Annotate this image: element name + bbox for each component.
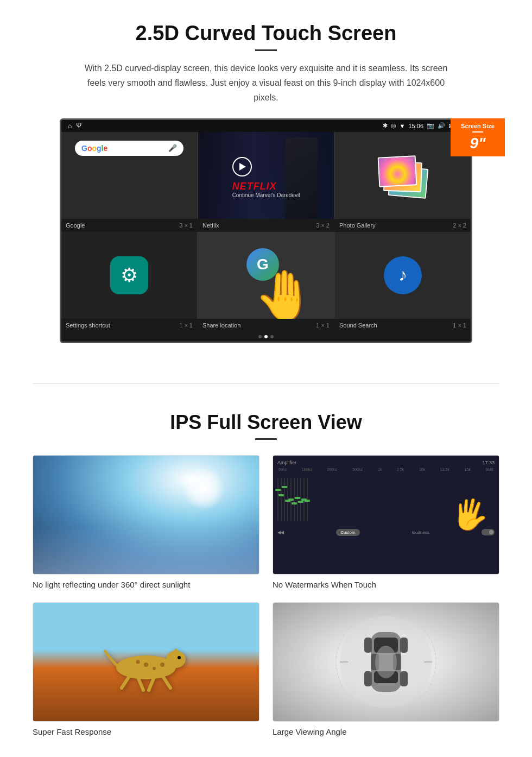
amp-top-bar: Amplifier 17:33 <box>277 460 495 465</box>
svg-point-6 <box>136 660 140 664</box>
hand-icon: 🤚 <box>254 267 315 319</box>
play-button[interactable] <box>232 157 252 176</box>
share-location-cell[interactable]: G 🤚 <box>198 232 334 319</box>
svg-marker-2 <box>172 648 180 652</box>
sound-search-cell[interactable]: ♪ <box>335 232 471 319</box>
settings-grid: 1 × 1 <box>179 322 193 329</box>
amplifier-image: Amplifier 17:33 60hz100hz200hz500hz1k2.5… <box>273 455 499 575</box>
amp-time: 17:33 <box>482 460 495 465</box>
section-divider <box>33 383 499 384</box>
feature-car: Large Viewing Angle <box>273 602 499 736</box>
google-grid: 3 × 1 <box>179 222 193 229</box>
cheetah-visual <box>33 603 259 721</box>
dot-2 <box>264 335 268 338</box>
cheetah-caption: Super Fast Response <box>33 727 259 736</box>
section-curved-screen: 2.5D Curved Touch Screen With 2.5D curve… <box>0 0 532 362</box>
svg-point-1 <box>166 651 186 668</box>
cheetah-image <box>33 602 259 722</box>
gallery-label: Photo Gallery 2 × 2 <box>335 219 471 232</box>
section1-title: 2.5D Curved Touch Screen <box>33 22 499 45</box>
badge-label: Screen Size <box>454 123 502 129</box>
section-ips-screen: IPS Full Screen View No light reflecting… <box>0 406 532 757</box>
screen-size-badge: Screen Size 9" <box>451 118 505 156</box>
device-screen: ⌂ Ψ ✱ ◎ ▼ 15:06 📷 🔊 ⊠ ⬜ <box>60 118 472 343</box>
amplifier-visual: Amplifier 17:33 60hz100hz200hz500hz1k2.5… <box>273 456 499 574</box>
dot-3 <box>270 335 274 338</box>
app-label-row-2: Settings shortcut 1 × 1 Share location 1… <box>61 319 471 332</box>
location-icon: ◎ <box>391 122 396 129</box>
badge-line <box>472 131 483 133</box>
app-grid-top: Google 🎤 NETFLIX <box>61 132 471 219</box>
svg-point-7 <box>160 663 164 667</box>
svg-rect-19 <box>364 638 372 653</box>
svg-line-11 <box>162 676 170 688</box>
usb-icon: Ψ <box>76 122 81 130</box>
section2-title: IPS Full Screen View <box>33 411 499 434</box>
svg-point-5 <box>153 667 156 670</box>
google-label: Google 3 × 1 <box>61 219 197 232</box>
svg-point-4 <box>144 663 148 667</box>
home-icon: ⌂ <box>68 122 72 130</box>
google-mic-icon: 🎤 <box>168 144 177 152</box>
netflix-subtitle: Continue Marvel's Daredevil <box>232 192 300 198</box>
photo-card-3 <box>378 155 417 187</box>
section2-underline <box>255 438 277 440</box>
badge-size: 9" <box>454 135 502 152</box>
netflix-logo: NETFLIX <box>232 181 300 192</box>
app-label-row-1: Google 3 × 1 Netflix 3 × 2 Photo Gallery… <box>61 219 471 232</box>
share-name: Share location <box>202 322 240 329</box>
google-logo: Google <box>81 144 107 153</box>
sound-name: Sound Search <box>339 322 377 329</box>
netflix-name: Netflix <box>202 222 219 229</box>
share-label: Share location 1 × 1 <box>198 319 334 332</box>
status-left: ⌂ Ψ <box>68 122 81 130</box>
sunlight-visual <box>33 456 259 574</box>
camera-icon: 📷 <box>427 122 434 129</box>
google-app-cell[interactable]: Google 🎤 <box>61 132 197 219</box>
gallery-name: Photo Gallery <box>339 222 376 229</box>
netflix-label: Netflix 3 × 2 <box>198 219 334 232</box>
dot-1 <box>258 335 262 338</box>
music-note-icon: ♪ <box>384 256 422 294</box>
sound-grid: 1 × 1 <box>453 322 466 329</box>
volume-icon: 🔊 <box>438 122 445 129</box>
time-display: 15:06 <box>408 123 423 129</box>
feature-amplifier: Amplifier 17:33 60hz100hz200hz500hz1k2.5… <box>273 455 499 589</box>
feature-sunlight: No light reflecting under 360° direct su… <box>33 455 259 589</box>
feature-grid: No light reflecting under 360° direct su… <box>33 455 499 736</box>
app-grid-bottom: ⚙ G 🤚 ♪ <box>61 232 471 319</box>
svg-rect-21 <box>364 671 372 686</box>
section1-description: With 2.5D curved-display screen, this de… <box>76 61 456 105</box>
car-visual <box>273 603 499 721</box>
amplifier-caption: No Watermarks When Touch <box>273 580 499 589</box>
car-caption: Large Viewing Angle <box>273 727 499 736</box>
google-search-bar[interactable]: Google 🎤 <box>75 141 183 156</box>
feature-cheetah: Super Fast Response <box>33 602 259 736</box>
title-underline <box>255 49 277 51</box>
google-name: Google <box>66 222 85 229</box>
sunlight-caption: No light reflecting under 360° direct su… <box>33 580 259 589</box>
share-grid: 1 × 1 <box>316 322 330 329</box>
car-top-view <box>273 603 499 721</box>
svg-rect-22 <box>400 671 408 686</box>
amp-title: Amplifier <box>277 460 296 465</box>
netflix-content: NETFLIX Continue Marvel's Daredevil <box>224 144 309 207</box>
bluetooth-icon: ✱ <box>383 122 388 129</box>
play-icon <box>239 163 246 171</box>
settings-icon: ⚙ <box>110 256 148 294</box>
sun-flare <box>182 467 225 510</box>
amp-hand-icon: 🖐 <box>449 494 492 535</box>
device-mockup: Screen Size 9" ⌂ Ψ ✱ ◎ ▼ 15:06 📷 🔊 ⊠ <box>60 118 472 343</box>
dot-indicator <box>61 332 471 342</box>
gallery-grid: 2 × 2 <box>453 222 466 229</box>
settings-name: Settings shortcut <box>66 322 110 329</box>
svg-line-8 <box>122 676 130 688</box>
sunlight-image <box>33 455 259 575</box>
netflix-grid: 3 × 2 <box>316 222 330 229</box>
sound-label: Sound Search 1 × 1 <box>335 319 471 332</box>
settings-cell[interactable]: ⚙ <box>61 232 197 319</box>
photo-stack <box>378 151 427 200</box>
settings-label: Settings shortcut 1 × 1 <box>61 319 197 332</box>
svg-point-23 <box>375 646 397 678</box>
netflix-app-cell[interactable]: NETFLIX Continue Marvel's Daredevil <box>198 132 334 219</box>
